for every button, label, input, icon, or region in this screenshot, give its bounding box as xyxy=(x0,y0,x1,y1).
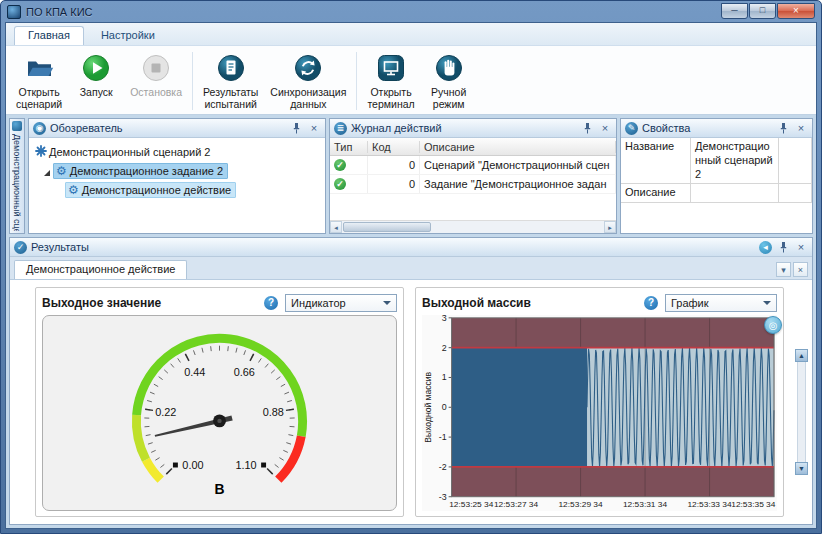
table-row[interactable]: ✓ 0 Задание "Демонстрационное задан xyxy=(330,175,616,194)
tab-action-results[interactable]: Демонстрационное действие xyxy=(14,260,187,279)
expander-icon[interactable] xyxy=(43,167,51,175)
hand-icon xyxy=(434,53,464,83)
results-header: ✓ Результаты ◂ × xyxy=(10,238,812,257)
task-gear-icon: ⚙ xyxy=(56,165,67,177)
toolbar: Открытьсценарий Запуск Остановка Результ xyxy=(6,45,816,115)
svg-text:0.44: 0.44 xyxy=(184,366,205,378)
tree-node-task[interactable]: ⚙ Демонстрационное задание 2 xyxy=(35,161,323,180)
view-mode-combobox[interactable]: График xyxy=(665,294,777,312)
pin-icon[interactable] xyxy=(776,121,790,135)
view-mode-combobox[interactable]: Индикатор xyxy=(285,294,397,312)
report-icon xyxy=(216,53,246,83)
stop-button[interactable]: Остановка xyxy=(124,50,188,101)
svg-text:12:53:31 34: 12:53:31 34 xyxy=(623,500,668,509)
column-header-code[interactable]: Код xyxy=(368,141,420,153)
svg-text:3: 3 xyxy=(442,315,447,323)
chevron-down-icon xyxy=(763,301,771,305)
column-header-type[interactable]: Тип xyxy=(330,141,368,153)
combobox-value: График xyxy=(671,297,759,309)
pin-icon[interactable] xyxy=(580,121,594,135)
chevron-down-icon xyxy=(383,301,391,305)
close-panel-icon[interactable]: × xyxy=(794,121,808,135)
svg-text:В: В xyxy=(214,481,224,497)
sync-icon xyxy=(293,53,323,83)
column-header-description[interactable]: Описание xyxy=(420,141,616,153)
help-icon[interactable]: ? xyxy=(264,296,278,310)
titlebar[interactable]: ПО КПА КИС ─ □ × xyxy=(5,1,817,22)
pin-icon[interactable] xyxy=(289,121,303,135)
close-tab-icon[interactable]: × xyxy=(793,262,808,277)
docked-tab-label: Демонстрационный сценарий 2 xyxy=(12,134,22,231)
window-title: ПО КПА КИС xyxy=(26,6,716,18)
open-scenario-button[interactable]: Открытьсценарий xyxy=(10,50,68,114)
gauge-container: 0.000.220.440.660.881.10В xyxy=(42,315,397,511)
close-panel-icon[interactable]: × xyxy=(794,240,808,254)
tree-node-label: Демонстрационное задание 2 xyxy=(70,165,223,177)
tab-settings[interactable]: Настройки xyxy=(87,26,169,45)
horizontal-scrollbar[interactable]: ◂ ▸ xyxy=(330,220,616,233)
svg-text:-1: -1 xyxy=(439,432,447,442)
toolbar-separator xyxy=(192,52,193,110)
property-description-value[interactable] xyxy=(691,184,779,203)
tab-list-dropdown-icon[interactable]: ▾ xyxy=(776,262,791,277)
properties-panel: ✎ Свойства × Название Демонстрационный с… xyxy=(620,118,813,234)
chart-title: Выходное значение xyxy=(42,296,257,310)
chart-title: Выходной массив xyxy=(422,296,637,310)
panel-title: Журнал действий xyxy=(351,122,576,134)
toolbar-label: Запуск xyxy=(80,86,113,98)
code-cell: 0 xyxy=(368,175,420,193)
minimize-button[interactable]: ─ xyxy=(721,3,748,19)
svg-text:0.00: 0.00 xyxy=(182,459,203,471)
help-icon[interactable]: ? xyxy=(644,296,658,310)
scroll-up-icon[interactable]: ▲ xyxy=(795,349,808,362)
status-cell: ✓ xyxy=(330,175,368,193)
line-chart-container: 12:53:25 3412:53:27 3412:53:29 3412:53:3… xyxy=(422,315,777,511)
output-value-panel: Выходное значение ? Индикатор 0.000.220.… xyxy=(35,287,404,517)
property-filler xyxy=(779,184,812,203)
scroll-right-icon[interactable]: ▸ xyxy=(604,221,616,233)
panel-title: Обозреватель xyxy=(50,122,285,134)
description-cell: Задание "Демонстрационное задан xyxy=(420,175,616,193)
terminal-icon xyxy=(376,53,406,83)
success-check-icon: ✓ xyxy=(334,178,346,190)
svg-text:0.66: 0.66 xyxy=(234,366,255,378)
panel-action-icon[interactable]: ◂ xyxy=(759,241,772,254)
svg-text:12:53:35 34: 12:53:35 34 xyxy=(731,500,776,509)
close-button[interactable]: × xyxy=(777,3,815,19)
scrollbar-thumb[interactable] xyxy=(343,222,431,232)
close-panel-icon[interactable]: × xyxy=(307,121,321,135)
manual-mode-button[interactable]: Ручнойрежим xyxy=(421,50,477,114)
panel-title: Результаты xyxy=(31,241,755,253)
chart-floating-button[interactable]: ◎ xyxy=(764,316,782,334)
sync-button[interactable]: Синхронизацияданных xyxy=(264,50,352,114)
property-name-value[interactable]: Демонстрационный сценарий 2 xyxy=(691,138,779,184)
open-terminal-button[interactable]: Открытьтерминал xyxy=(361,50,420,114)
docked-tab-strip[interactable]: Демонстрационный сценарий 2 xyxy=(9,118,25,234)
svg-text:1.10: 1.10 xyxy=(235,459,256,471)
toolbar-label: Синхронизацияданных xyxy=(270,86,346,111)
tab-home[interactable]: Главная xyxy=(14,26,84,45)
pin-icon[interactable] xyxy=(776,240,790,254)
run-button[interactable]: Запуск xyxy=(68,50,124,101)
tree-node-scenario[interactable]: Демонстрационный сценарий 2 xyxy=(35,142,323,161)
svg-text:12:53:29 34: 12:53:29 34 xyxy=(558,500,603,509)
maximize-button[interactable]: □ xyxy=(749,3,776,19)
toolbar-label: Результатыиспытаний xyxy=(203,86,258,111)
tree-node-action[interactable]: ⚙ Демонстрационное действие xyxy=(35,180,323,199)
table-row[interactable]: ✓ 0 Сценарий "Демонстрационный сцен xyxy=(330,156,616,175)
top-panel-row: Демонстрационный сценарий 2 ◉ Обозревате… xyxy=(9,118,813,234)
journal-panel: ≣ Журнал действий × Тип Код Описание ✓ xyxy=(329,118,617,234)
combobox-value: Индикатор xyxy=(291,297,379,309)
vertical-scrollbar[interactable]: ▲ ▼ xyxy=(795,349,808,475)
toolbar-label: Открытьсценарий xyxy=(16,86,62,111)
scroll-down-icon[interactable]: ▼ xyxy=(795,462,808,475)
svg-text:1: 1 xyxy=(442,372,447,382)
scroll-left-icon[interactable]: ◂ xyxy=(330,221,342,233)
test-results-button[interactable]: Результатыиспытаний xyxy=(197,50,264,114)
dock-area: Демонстрационный сценарий 2 ◉ Обозревате… xyxy=(6,115,816,528)
description-cell: Сценарий "Демонстрационный сцен xyxy=(420,156,616,174)
results-content: Выходное значение ? Индикатор 0.000.220.… xyxy=(10,280,812,524)
success-check-icon: ✓ xyxy=(334,159,346,171)
scrollbar-track[interactable] xyxy=(797,362,806,462)
close-panel-icon[interactable]: × xyxy=(598,121,612,135)
